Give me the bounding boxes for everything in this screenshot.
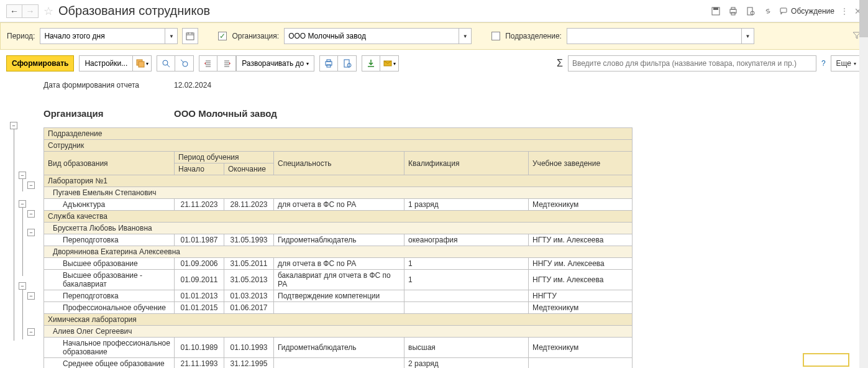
svg-rect-7 xyxy=(780,8,787,12)
help-icon[interactable]: ? xyxy=(821,59,826,68)
svg-point-14 xyxy=(163,60,168,65)
dept-label: Подразделение: xyxy=(505,32,562,40)
link-icon[interactable] xyxy=(762,6,774,17)
report-date-label: Дата формирования отчета xyxy=(43,81,174,90)
org-label: Организация: xyxy=(232,32,279,40)
expand-all-button[interactable] xyxy=(199,55,217,71)
forward-button[interactable]: → xyxy=(22,4,39,18)
header-dept: Подразделение xyxy=(44,128,633,140)
svg-line-17 xyxy=(181,60,183,62)
print-icon[interactable] xyxy=(728,6,739,17)
report-date-value: 12.02.2024 xyxy=(174,81,211,90)
toolbar: Сформировать Настройки... ▾ Разворачиват… xyxy=(0,50,868,77)
header-edu-type: Вид образования xyxy=(44,152,175,175)
favorite-star-icon[interactable]: ☆ xyxy=(43,4,53,18)
settings-button[interactable]: Настройки... xyxy=(79,55,133,71)
save-file-button[interactable] xyxy=(362,55,380,71)
tree-toggle[interactable]: − xyxy=(27,328,35,336)
period-combo[interactable]: ▼ xyxy=(40,28,178,44)
tree-toggle[interactable]: − xyxy=(10,122,17,129)
header-period: Период обучения xyxy=(175,152,274,163)
edu-row[interactable]: Переподготовка01.01.201301.03.2013Подтве… xyxy=(44,290,633,302)
edu-row[interactable]: Переподготовка01.01.198731.05.1993Гидром… xyxy=(44,234,633,246)
more-label: Еще xyxy=(836,59,851,68)
period-input[interactable] xyxy=(40,29,165,44)
discussion-button[interactable]: Обсуждение xyxy=(780,7,834,16)
employee-row[interactable]: Дворянинова Екатерина Алексеевна xyxy=(44,246,633,258)
dept-row[interactable]: Химическая лаборатория xyxy=(44,314,633,326)
tree-toggle[interactable]: − xyxy=(19,172,26,179)
edu-row[interactable]: Адъюнктура21.11.202328.11.2023для отчета… xyxy=(44,199,633,211)
dept-dropdown-icon[interactable]: ▼ xyxy=(741,29,754,44)
dept-checkbox[interactable] xyxy=(491,32,500,40)
employee-row[interactable]: Брускетта Любовь Ивановна xyxy=(44,223,633,234)
svg-rect-3 xyxy=(731,7,735,9)
expand-to-button[interactable]: Разворачивать до ▾ xyxy=(236,55,314,71)
filter-bar: Период: ▼ ✓ Организация: ▼ Подразделение… xyxy=(0,22,868,50)
employee-row[interactable]: Пугачев Емельян Степанович xyxy=(44,187,633,199)
org-input[interactable] xyxy=(285,29,459,44)
print-button[interactable] xyxy=(319,55,338,71)
outline-tree: − − − − − − − − − xyxy=(6,80,43,368)
sigma-icon[interactable]: Σ xyxy=(557,58,563,69)
svg-rect-13 xyxy=(139,62,144,67)
scrollbar[interactable] xyxy=(859,77,868,368)
tree-toggle[interactable]: − xyxy=(19,282,26,290)
svg-point-16 xyxy=(183,62,188,67)
svg-line-15 xyxy=(167,65,170,67)
dept-combo[interactable]: ▼ xyxy=(567,28,754,44)
more-menu-icon[interactable]: ⋮ xyxy=(841,7,848,16)
collapse-all-button[interactable] xyxy=(217,55,236,71)
org-combo[interactable]: ▼ xyxy=(284,28,472,44)
settings-variants-button[interactable]: ▾ xyxy=(133,55,152,71)
tree-toggle[interactable]: − xyxy=(19,200,26,208)
send-email-button[interactable]: ▾ xyxy=(380,55,399,71)
dept-row[interactable]: Служба качества xyxy=(44,211,633,223)
find-button[interactable] xyxy=(157,55,175,71)
edu-row[interactable]: Начальное профессиональное образование01… xyxy=(44,338,633,358)
edu-row[interactable]: Среднее общее образование21.11.199331.12… xyxy=(44,358,633,369)
header-end: Окончание xyxy=(224,163,274,175)
dept-input[interactable] xyxy=(567,29,741,44)
tree-toggle[interactable]: − xyxy=(27,210,35,218)
header-qual: Квалификация xyxy=(404,152,529,175)
header-emp: Сотрудник xyxy=(44,140,633,152)
preview-icon[interactable] xyxy=(745,6,756,17)
tree-toggle[interactable]: − xyxy=(27,292,35,300)
period-calendar-button[interactable] xyxy=(182,28,198,44)
quick-filter-input[interactable] xyxy=(568,55,816,71)
org-dropdown-icon[interactable]: ▼ xyxy=(459,29,471,44)
header-start: Начало xyxy=(175,163,224,175)
print-preview-button[interactable] xyxy=(338,55,357,71)
employee-row[interactable]: Алиев Олег Сергеевич xyxy=(44,326,633,338)
report-content: Дата формирования отчета 12.02.2024 Орга… xyxy=(43,80,862,368)
edu-row[interactable]: Высшее образование01.09.200631.05.2011дл… xyxy=(44,258,633,270)
report-table: Подразделение Сотрудник Вид образования … xyxy=(43,127,633,368)
selection-box xyxy=(803,353,849,367)
report-org-row: Организация ООО Молочный завод xyxy=(43,107,862,120)
tree-toggle[interactable]: − xyxy=(27,229,35,236)
discussion-label: Обсуждение xyxy=(791,7,834,16)
tree-toggle[interactable]: − xyxy=(27,182,35,189)
dept-row[interactable]: Лаборатория №1 xyxy=(44,175,633,187)
period-dropdown-icon[interactable]: ▼ xyxy=(165,29,177,44)
header-spec: Специальность xyxy=(274,152,404,175)
back-button[interactable]: ← xyxy=(6,4,22,18)
page-title: Образования сотрудников xyxy=(58,4,210,18)
report-org-label: Организация xyxy=(43,108,174,119)
report-area: − − − − − − − − − Дата формирования отче… xyxy=(0,77,868,368)
svg-rect-27 xyxy=(327,60,331,62)
svg-rect-8 xyxy=(186,33,194,40)
org-checkbox[interactable]: ✓ xyxy=(218,32,227,40)
period-label: Период: xyxy=(7,32,35,40)
titlebar: ← → ☆ Образования сотрудников Обсуждение… xyxy=(0,0,868,22)
report-org-value: ООО Молочный завод xyxy=(174,108,277,119)
edu-row[interactable]: Высшее образование - бакалавриат01.09.20… xyxy=(44,270,633,290)
edu-row[interactable]: Профессиональное обучение01.01.201501.06… xyxy=(44,302,633,314)
expand-to-label: Разворачивать до xyxy=(242,59,304,68)
form-button[interactable]: Сформировать xyxy=(6,55,74,71)
find-reverse-button[interactable] xyxy=(175,55,194,71)
save-icon[interactable] xyxy=(710,6,721,17)
more-button[interactable]: Еще ▾ xyxy=(831,55,862,71)
svg-rect-1 xyxy=(713,7,718,10)
